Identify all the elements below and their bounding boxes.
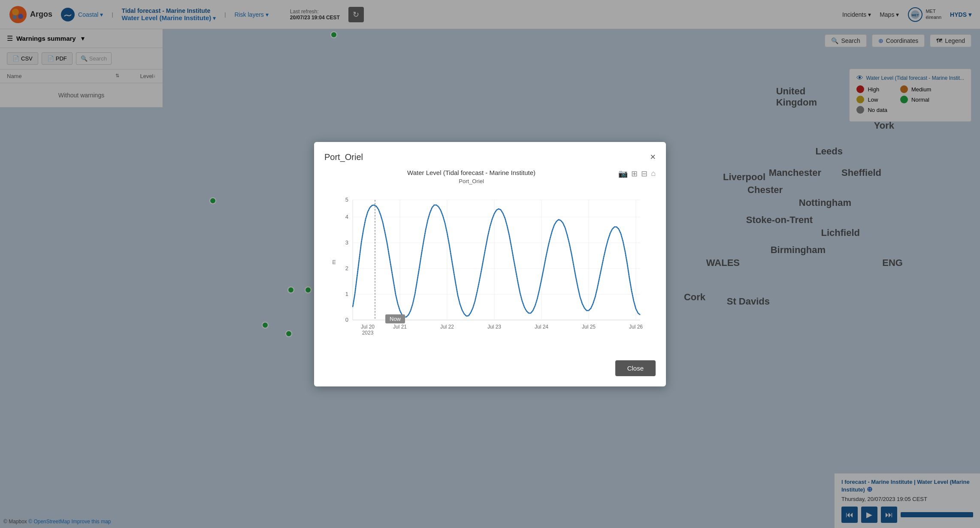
modal-close-button[interactable]: ×	[650, 152, 656, 162]
svg-text:3: 3	[345, 239, 348, 246]
svg-text:Jul 22: Jul 22	[440, 324, 454, 330]
svg-text:Jul 25: Jul 25	[582, 324, 596, 330]
svg-text:Jul 24: Jul 24	[535, 324, 548, 330]
tidal-chart: 0 1 2 3 4 5 m Jul 20 2023 Jul 21 Jul 22 …	[324, 191, 656, 346]
now-label: Now	[385, 314, 405, 323]
svg-text:Jul 21: Jul 21	[393, 324, 407, 330]
svg-text:2023: 2023	[362, 330, 374, 336]
modal-footer: Close	[324, 360, 656, 376]
chart-camera-button[interactable]: 📷	[618, 169, 628, 178]
svg-text:4: 4	[345, 214, 348, 220]
svg-text:2: 2	[345, 265, 348, 272]
chart-icons: 📷 ⊞ ⊟ ⌂	[618, 169, 656, 178]
chart-title: Water Level (Tidal forecast - Marine Ins…	[324, 169, 618, 176]
svg-text:5: 5	[345, 196, 348, 203]
chart-container: 0 1 2 3 4 5 m Jul 20 2023 Jul 21 Jul 22 …	[324, 191, 656, 346]
modal: Port_Oriel × Water Level (Tidal forecast…	[314, 142, 666, 386]
svg-text:Jul 23: Jul 23	[487, 324, 501, 330]
chart-zoom-button[interactable]: ⊞	[631, 169, 638, 178]
svg-text:m: m	[330, 259, 337, 264]
now-label-text: Now	[390, 316, 401, 322]
modal-title: Port_Oriel	[324, 152, 363, 162]
close-btn-label: Close	[627, 365, 644, 372]
modal-overlay: Port_Oriel × Water Level (Tidal forecast…	[0, 0, 980, 528]
svg-text:Jul 26: Jul 26	[629, 324, 643, 330]
svg-text:Jul 20: Jul 20	[361, 324, 375, 330]
svg-text:1: 1	[345, 291, 348, 297]
chart-home-button[interactable]: ⌂	[651, 169, 656, 178]
chart-area: Water Level (Tidal forecast - Marine Ins…	[324, 169, 656, 353]
svg-text:0: 0	[345, 317, 348, 323]
modal-header: Port_Oriel ×	[324, 152, 656, 162]
chart-shrink-button[interactable]: ⊟	[641, 169, 647, 178]
modal-close-btn[interactable]: Close	[615, 360, 656, 376]
chart-subtitle: Port_Oriel	[324, 178, 618, 184]
